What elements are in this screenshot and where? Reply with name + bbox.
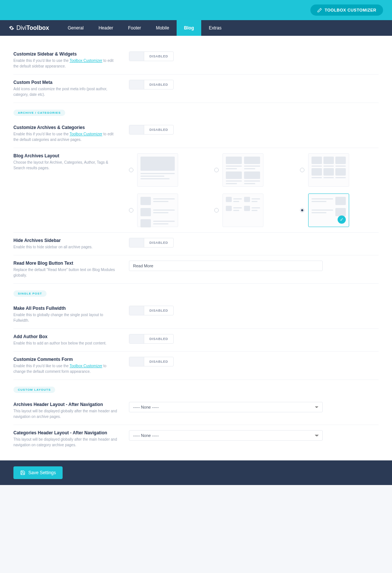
save-button-label: Save Settings: [28, 470, 56, 475]
field-desc: Enable this if you'd like to use the Too…: [13, 363, 118, 374]
toggle-comments-form[interactable]: DISABLED: [129, 357, 174, 366]
field-desc: This layout will be displayed globally a…: [13, 408, 118, 419]
row-blog-archives-layout: Blog Archives Layout Choose the layout f…: [13, 148, 379, 233]
section-single-post: SINGLE POST: [13, 284, 379, 300]
archives-header-select[interactable]: ----- None -----: [129, 402, 323, 412]
row-author-box: Add Author Box Enable this to add an aut…: [13, 329, 379, 352]
toolbox-customizer-button[interactable]: TOOLBOX CUSTOMIZER: [310, 4, 383, 16]
toggle-knob: [129, 357, 144, 366]
badge-archive: ARCHIVE / CATEGORIES: [13, 110, 65, 116]
tab-extras[interactable]: Extras: [201, 20, 229, 36]
check-icon: ✓: [338, 215, 346, 224]
brand-prefix: Divi: [16, 25, 26, 31]
toggle-sidebar-widgets[interactable]: DISABLED: [129, 51, 174, 61]
toggle-knob: [129, 238, 144, 247]
tab-mobile[interactable]: Mobile: [148, 20, 176, 36]
toolbox-customizer-link[interactable]: Toolbox Customizer: [70, 364, 102, 368]
field-desc: Enable this if you'd like to use the Too…: [13, 58, 118, 69]
row-comments-form: Customize Comments Form Enable this if y…: [13, 352, 379, 380]
radio-icon: [300, 208, 304, 212]
row-categories-header-layout: Categories Header Layout - After Navigat…: [13, 425, 379, 453]
row-archives-header-layout: Archives Header Layout - After Navigatio…: [13, 397, 379, 425]
field-title: Customize Sidebar & Widgets: [13, 51, 118, 57]
layout-thumb-list-right: ✓: [308, 193, 349, 227]
field-title: Archives Header Layout - After Navigatio…: [13, 402, 118, 407]
tab-general[interactable]: General: [60, 20, 91, 36]
field-desc: Add icons and customize the post meta in…: [13, 86, 118, 97]
brand: DiviToolbox: [9, 25, 60, 31]
toolbox-customizer-link[interactable]: Toolbox Customizer: [70, 132, 102, 136]
field-desc: Enable this to hide sidebar on all archi…: [13, 244, 118, 250]
layout-thumb-grid3: [308, 153, 349, 187]
layout-option-4[interactable]: [129, 193, 208, 227]
field-title: Customize Comments Form: [13, 357, 118, 362]
toggle-knob: [129, 334, 144, 343]
section-custom-layouts: CUSTOM LAYOUTS: [13, 380, 379, 397]
toggle-customize-archives[interactable]: DISABLED: [129, 125, 174, 135]
field-title: Custom Post Meta: [13, 80, 118, 85]
layout-thumb-single: [137, 153, 178, 187]
toggle-label: DISABLED: [144, 83, 173, 86]
layout-option-1[interactable]: [129, 153, 208, 187]
radio-icon: [129, 168, 133, 172]
section-archive: ARCHIVE / CATEGORIES: [13, 103, 379, 120]
radio-icon: [129, 208, 133, 212]
row-make-fullwidth: Make All Posts Fullwidth Enable this to …: [13, 300, 379, 329]
brand-suffix: Toolbox: [26, 25, 49, 31]
layout-option-2[interactable]: [214, 153, 293, 187]
customizer-button-label: TOOLBOX CUSTOMIZER: [325, 8, 376, 12]
toolbox-customizer-link[interactable]: Toolbox Customizer: [70, 59, 102, 63]
content: Customize Sidebar & Widgets Enable this …: [0, 36, 392, 460]
navbar: DiviToolbox General Header Footer Mobile…: [0, 20, 392, 36]
toggle-author-box[interactable]: DISABLED: [129, 334, 174, 344]
categories-header-select[interactable]: ----- None -----: [129, 430, 323, 441]
toggle-knob: [129, 125, 144, 134]
radio-icon: [214, 208, 219, 212]
toggle-label: DISABLED: [144, 241, 173, 245]
layout-thumb-grid2: [222, 153, 263, 187]
save-button[interactable]: Save Settings: [13, 466, 63, 479]
field-desc: Choose the layout for Archive, Categorie…: [13, 160, 118, 171]
toggle-knob: [129, 80, 144, 89]
topbar: TOOLBOX CUSTOMIZER: [0, 0, 392, 20]
gear-icon: [9, 25, 14, 31]
row-hide-archives-sidebar: Hide Archives Sidebar Enable this to hid…: [13, 233, 379, 255]
field-desc: Enable this to add an author box below t…: [13, 340, 118, 346]
toggle-label: DISABLED: [144, 360, 173, 363]
field-desc: Enable this if you'd like to use the Too…: [13, 131, 118, 142]
layout-thumb-list-left: [137, 193, 178, 227]
toggle-custom-post-meta[interactable]: DISABLED: [129, 80, 174, 89]
tab-header[interactable]: Header: [91, 20, 120, 36]
badge-custom-layouts: CUSTOM LAYOUTS: [13, 387, 55, 393]
radio-icon: [214, 168, 219, 172]
field-title: Categories Header Layout - After Navigat…: [13, 430, 118, 435]
layout-option-6[interactable]: ✓: [300, 193, 379, 227]
field-desc: Enable this to globally change the singl…: [13, 312, 118, 323]
row-sidebar-widgets: Customize Sidebar & Widgets Enable this …: [13, 46, 379, 75]
toggle-label: DISABLED: [144, 309, 173, 312]
tab-blog[interactable]: Blog: [177, 20, 202, 36]
row-read-more: Read More Blog Button Text Replace the d…: [13, 255, 379, 284]
radio-icon: [300, 168, 304, 172]
field-title: Read More Blog Button Text: [13, 261, 118, 266]
toggle-make-fullwidth[interactable]: DISABLED: [129, 306, 174, 315]
layout-option-5[interactable]: [214, 193, 293, 227]
toggle-knob: [129, 52, 144, 61]
field-title: Blog Archives Layout: [13, 153, 118, 158]
footerbar: Save Settings: [0, 460, 392, 485]
pencil-icon: [317, 7, 322, 13]
field-desc: This layout will be displayed globally a…: [13, 437, 118, 448]
save-icon: [20, 470, 25, 475]
toggle-label: DISABLED: [144, 54, 173, 58]
field-title: Customize Archives & Categories: [13, 125, 118, 130]
tabs: General Header Footer Mobile Blog Extras: [60, 20, 229, 36]
field-desc: Replace the default "Read More" button t…: [13, 267, 118, 278]
field-title: Add Author Box: [13, 334, 118, 339]
field-title: Hide Archives Sidebar: [13, 238, 118, 243]
layout-option-3[interactable]: [300, 153, 379, 187]
read-more-input[interactable]: [129, 261, 323, 271]
tab-footer[interactable]: Footer: [121, 20, 149, 36]
toggle-label: DISABLED: [144, 337, 173, 341]
layout-thumb-list-2col: [222, 193, 263, 227]
toggle-hide-archives-sidebar[interactable]: DISABLED: [129, 238, 174, 248]
